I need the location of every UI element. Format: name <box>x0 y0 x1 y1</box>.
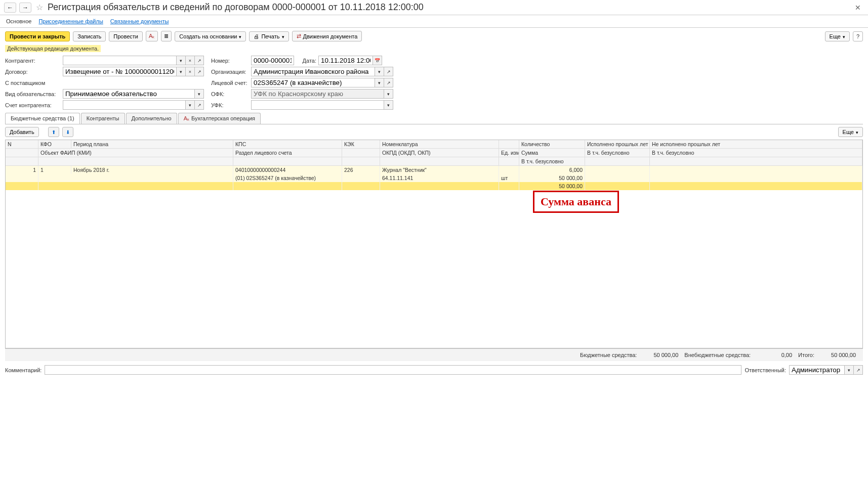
status-badge: Действующая редакция документа. <box>5 45 101 52</box>
cell-kps: 04010000000000244 <box>233 166 342 174</box>
print-button[interactable]: 🖨 Печать <box>249 31 288 41</box>
movements-icon: ⇄ <box>297 33 301 39</box>
counterparty-clear-icon[interactable]: × <box>186 56 195 65</box>
post-and-close-button[interactable]: Провести и закрыть <box>5 31 70 41</box>
col-incl-uncond[interactable]: В т.ч. безусловно <box>519 157 585 166</box>
offbudget-total-value: 0,00 <box>757 352 792 358</box>
col-kps[interactable]: КПС <box>233 140 342 149</box>
col-faip[interactable]: Объект ФАИП (КМИ) <box>38 149 233 157</box>
col-kfo[interactable]: КФО <box>38 140 71 149</box>
comment-label: Комментарий: <box>5 367 42 373</box>
ofk-dropdown-icon[interactable]: ▾ <box>384 89 393 99</box>
col-incl2[interactable]: В т.ч. безусловно <box>650 149 862 157</box>
report-icon: Aₖ <box>149 33 155 39</box>
responsible-dropdown-icon[interactable]: ▾ <box>845 365 854 375</box>
responsible-open-icon[interactable]: ↗ <box>854 365 863 375</box>
col-n[interactable]: N <box>6 140 38 149</box>
move-up-button[interactable]: ⬆ <box>48 127 59 137</box>
col-nomenclature[interactable]: Номенклатура <box>380 140 499 149</box>
counterparty-label: Контрагент: <box>5 58 61 64</box>
gear-icon: Aₖ <box>184 115 190 121</box>
nav-back-button[interactable]: ← <box>4 3 16 13</box>
report-icon-button[interactable]: Aₖ <box>146 31 158 41</box>
callout-advance-amount: Сумма аванса <box>533 191 619 213</box>
contract-open-icon[interactable]: ↗ <box>195 67 204 76</box>
col-unit2[interactable]: Ед. изм. <box>499 149 519 157</box>
col-section[interactable]: Раздел лицевого счета <box>233 149 342 157</box>
col-exec-prev[interactable]: Исполнено прошлых лет <box>585 140 650 149</box>
table-row[interactable]: (01) 02S365247 (в казначействе) 64.11.11… <box>6 174 862 182</box>
col-period[interactable]: Период плана <box>71 140 233 149</box>
col-not-exec-prev[interactable]: Не исполнено прошлых лет <box>650 140 862 149</box>
section-tab-related-docs[interactable]: Связанные документы <box>110 18 169 24</box>
date-calendar-icon[interactable]: 📅 <box>373 56 382 65</box>
counterparty-open-icon[interactable]: ↗ <box>195 56 204 65</box>
org-dropdown-icon[interactable]: ▾ <box>375 67 384 76</box>
counterparty-acc-dropdown-icon[interactable]: ▾ <box>186 100 195 110</box>
ufk-dropdown-icon[interactable]: ▾ <box>384 100 393 110</box>
tab-additional[interactable]: Дополнительно <box>126 113 177 124</box>
tab-budget-funds[interactable]: Бюджетные средства (1) <box>5 113 80 124</box>
ofk-label: ОФК: <box>211 91 249 97</box>
create-from-button[interactable]: Создать на основании <box>175 31 246 41</box>
cell-kfo: 1 <box>38 166 71 174</box>
grid-body[interactable]: 1 1 Ноябрь 2018 г. 04010000000000244 226… <box>6 166 862 348</box>
counterparty-acc-open-icon[interactable]: ↗ <box>195 100 204 110</box>
ufk-label: УФК: <box>211 102 249 108</box>
responsible-input[interactable] <box>789 365 845 375</box>
col-unit[interactable] <box>499 140 519 149</box>
tabstrip: Бюджетные средства (1) Контрагенты Допол… <box>5 113 863 124</box>
col-sum[interactable]: Сумма <box>519 149 585 157</box>
post-button[interactable]: Провести <box>109 31 143 41</box>
list-icon-button[interactable]: ≣ <box>161 31 172 41</box>
nav-forward-button[interactable]: → <box>19 3 31 13</box>
responsible-label: Ответственный: <box>745 367 786 373</box>
add-row-button[interactable]: Добавить <box>5 127 39 137</box>
more-button[interactable]: Еще <box>825 31 850 41</box>
counterparty-acc-label: Счет контрагента: <box>5 102 61 108</box>
pers-account-open-icon[interactable]: ↗ <box>384 78 393 87</box>
contract-input[interactable] <box>63 67 177 76</box>
ufk-input[interactable] <box>251 100 384 110</box>
help-button[interactable]: ? <box>853 31 863 41</box>
cell-okpd: 64.11.11.141 <box>380 174 499 182</box>
table-more-button[interactable]: Еще <box>838 127 863 137</box>
budget-total-label: Бюджетные средства: <box>580 352 637 358</box>
offbudget-total-label: Внебюджетные средства: <box>684 352 751 358</box>
ofk-input[interactable] <box>251 89 384 99</box>
close-icon[interactable]: ✕ <box>852 3 864 13</box>
col-incl1[interactable]: В т.ч. безусловно <box>585 149 650 157</box>
counterparty-acc-input[interactable] <box>63 100 186 110</box>
col-qty[interactable]: Количество <box>519 140 585 149</box>
obligation-type-dropdown-icon[interactable]: ▾ <box>195 89 204 99</box>
contract-clear-icon[interactable]: × <box>186 67 195 76</box>
pers-account-dropdown-icon[interactable]: ▾ <box>375 78 384 87</box>
cell-section: (01) 02S365247 (в казначействе) <box>233 174 342 182</box>
org-open-icon[interactable]: ↗ <box>384 67 393 76</box>
counterparty-dropdown-icon[interactable]: ▾ <box>177 56 186 65</box>
obligation-type-input[interactable] <box>63 89 195 99</box>
org-input[interactable] <box>251 67 375 76</box>
move-down-button[interactable]: ⬇ <box>62 127 73 137</box>
counterparty-input[interactable] <box>63 56 177 65</box>
obligation-type-label: Вид обязательства: <box>5 91 61 97</box>
col-kek[interactable]: КЭК <box>342 140 380 149</box>
col-okpd[interactable]: ОКПД (ОКДП, ОКП) <box>380 149 499 157</box>
with-supplier-label: С поставщиком <box>5 80 61 86</box>
grid-subheader-row-2: В т.ч. безусловно <box>6 157 862 166</box>
number-input[interactable] <box>251 56 294 65</box>
section-tab-attached-files[interactable]: Присоединенные файлы <box>38 18 103 24</box>
save-button[interactable]: Записать <box>73 31 106 41</box>
cell-period: Ноябрь 2018 г. <box>71 166 233 174</box>
document-movements-button[interactable]: ⇄ Движения документа <box>292 31 362 41</box>
tab-counterparties[interactable]: Контрагенты <box>81 113 125 124</box>
comment-input[interactable] <box>45 365 741 375</box>
tab-accounting-operation[interactable]: Aₖ Бухгалтерская операция <box>178 113 261 124</box>
favorite-star-icon[interactable]: ☆ <box>34 3 45 13</box>
section-tab-main[interactable]: Основное <box>6 18 31 24</box>
contract-dropdown-icon[interactable]: ▾ <box>177 67 186 76</box>
date-input[interactable] <box>318 56 373 65</box>
table-row-advance[interactable]: 50 000,00 <box>6 182 862 190</box>
pers-account-input[interactable] <box>251 78 375 87</box>
table-row[interactable]: 1 1 Ноябрь 2018 г. 04010000000000244 226… <box>6 166 862 174</box>
